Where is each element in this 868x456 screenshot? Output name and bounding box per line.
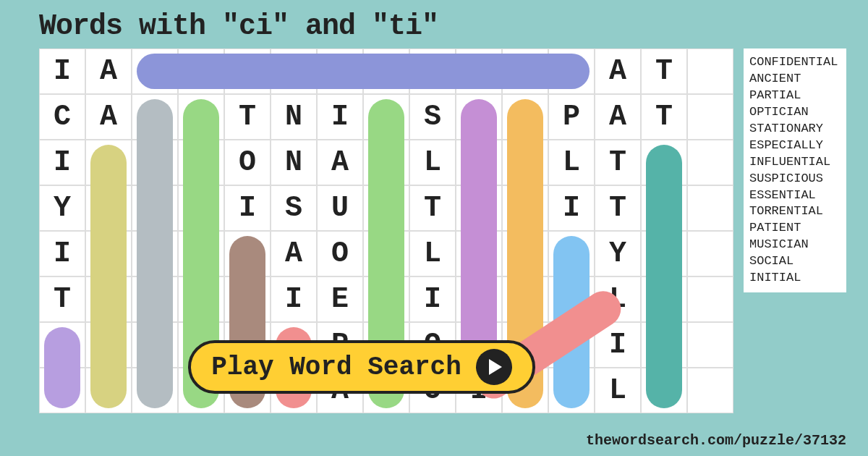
grid-cell[interactable]: A bbox=[271, 231, 317, 276]
grid-cell[interactable]: A bbox=[595, 48, 641, 94]
grid-cell[interactable]: A bbox=[85, 48, 132, 94]
play-word-search-button[interactable]: Play Word Search bbox=[188, 340, 535, 394]
grid-cell[interactable]: I bbox=[39, 48, 85, 94]
grid-cell[interactable] bbox=[687, 368, 733, 413]
word-highlight bbox=[44, 327, 80, 408]
word-list-item: OPTICIAN bbox=[749, 104, 841, 121]
play-icon bbox=[476, 349, 512, 385]
word-list-item: PATIENT bbox=[749, 220, 841, 237]
grid-cell[interactable]: I bbox=[548, 185, 595, 231]
grid-cell[interactable] bbox=[687, 140, 733, 185]
grid-cell[interactable]: U bbox=[317, 185, 363, 231]
grid-cell[interactable]: N bbox=[271, 94, 317, 140]
grid-cell[interactable]: Y bbox=[39, 185, 85, 231]
word-list-item: SOCIAL bbox=[749, 253, 841, 270]
grid-cell[interactable]: I bbox=[39, 231, 85, 276]
grid-cell[interactable] bbox=[687, 48, 733, 94]
footer-url: thewordsearch.com/puzzle/37132 bbox=[586, 432, 846, 449]
grid-cell[interactable]: L bbox=[595, 368, 641, 413]
grid-cell[interactable]: A bbox=[317, 140, 363, 185]
word-list-item: STATIONARY bbox=[749, 121, 841, 138]
word-highlight bbox=[461, 99, 497, 363]
grid-cell[interactable]: I bbox=[317, 94, 363, 140]
grid-cell[interactable] bbox=[687, 322, 733, 368]
grid-cell[interactable]: Y bbox=[595, 231, 641, 276]
grid-cell[interactable]: E bbox=[317, 276, 363, 322]
word-list: CONFIDENTIALANCIENTPARTIALOPTICIANSTATIO… bbox=[744, 48, 846, 292]
word-list-item: MUSICIAN bbox=[749, 237, 841, 253]
grid-cell[interactable]: T bbox=[595, 185, 641, 231]
word-list-item: SUSPICIOUS bbox=[749, 171, 841, 187]
grid-cell[interactable]: T bbox=[595, 140, 641, 185]
grid-cell[interactable] bbox=[687, 94, 733, 140]
grid-cell[interactable]: L bbox=[548, 140, 595, 185]
grid-cell[interactable] bbox=[687, 276, 733, 322]
word-list-item: TORRENTIAL bbox=[749, 203, 841, 220]
grid-cell[interactable]: N bbox=[271, 140, 317, 185]
grid-cell[interactable]: I bbox=[409, 276, 456, 322]
grid-cell[interactable]: S bbox=[271, 185, 317, 231]
grid-cell[interactable]: A bbox=[85, 94, 132, 140]
grid-cell[interactable]: O bbox=[224, 140, 271, 185]
word-list-item: ESPECIALLY bbox=[749, 138, 841, 154]
word-list-item: ANCIENT bbox=[749, 71, 841, 88]
word-list-item: PARTIAL bbox=[749, 88, 841, 104]
grid-cell[interactable]: O bbox=[317, 231, 363, 276]
grid-cell[interactable]: C bbox=[39, 94, 85, 140]
grid-cell[interactable]: T bbox=[224, 94, 271, 140]
word-highlight bbox=[137, 99, 173, 408]
grid-cell[interactable]: T bbox=[39, 276, 85, 322]
page-title: Words with "ci" and "ti" bbox=[0, 0, 868, 48]
grid-cell[interactable]: T bbox=[409, 185, 456, 231]
play-button-label: Play Word Search bbox=[211, 352, 461, 382]
grid-cell[interactable]: A bbox=[595, 94, 641, 140]
word-list-item: INITIAL bbox=[749, 270, 841, 287]
grid-cell[interactable]: T bbox=[641, 48, 687, 94]
grid-cell[interactable]: I bbox=[39, 140, 85, 185]
word-highlight bbox=[137, 54, 590, 89]
word-highlight bbox=[646, 145, 682, 408]
word-list-item: INFLUENTIAL bbox=[749, 154, 841, 171]
grid-cell[interactable]: T bbox=[641, 94, 687, 140]
grid-cell[interactable]: S bbox=[409, 94, 456, 140]
grid-cell[interactable] bbox=[687, 231, 733, 276]
grid-cell[interactable]: P bbox=[548, 94, 595, 140]
word-list-item: ESSENTIAL bbox=[749, 187, 841, 204]
grid-cell[interactable]: L bbox=[409, 140, 456, 185]
grid-cell[interactable]: I bbox=[224, 185, 271, 231]
grid-cell[interactable] bbox=[687, 185, 733, 231]
grid-cell[interactable]: L bbox=[409, 231, 456, 276]
grid-cell[interactable]: I bbox=[271, 276, 317, 322]
word-list-item: CONFIDENTIAL bbox=[749, 54, 841, 71]
word-highlight bbox=[90, 145, 127, 408]
